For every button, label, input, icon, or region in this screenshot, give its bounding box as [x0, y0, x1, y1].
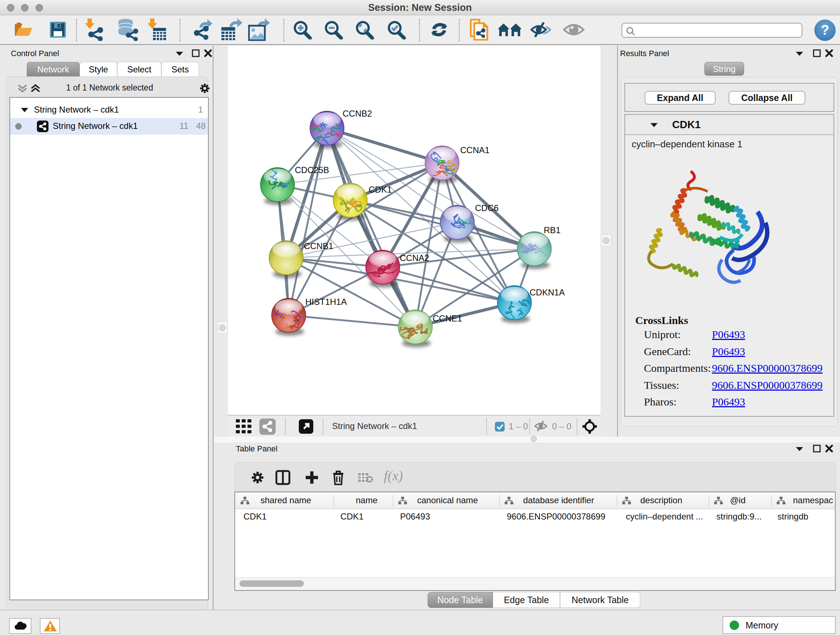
svg-text:HIST1H1A: HIST1H1A: [305, 297, 347, 307]
svg-text:CCNA2: CCNA2: [400, 253, 429, 263]
svg-text:RB1: RB1: [544, 225, 561, 235]
svg-text:CDC25B: CDC25B: [295, 165, 329, 175]
svg-text:CCNA1: CCNA1: [460, 145, 489, 155]
svg-text:CDC6: CDC6: [475, 203, 499, 213]
svg-text:CCNE1: CCNE1: [433, 314, 462, 323]
svg-text:CDKN1A: CDKN1A: [530, 287, 565, 297]
svg-text:CCNB1: CCNB1: [304, 241, 333, 251]
svg-text:CDK1: CDK1: [369, 185, 392, 195]
svg-text:CCNB2: CCNB2: [343, 109, 372, 119]
